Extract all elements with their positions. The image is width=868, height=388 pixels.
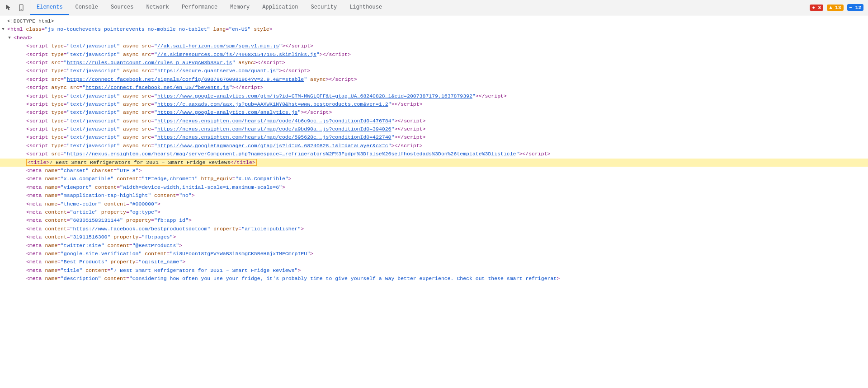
list-item: <meta name="google-site-verification" co…: [0, 250, 868, 258]
list-item: <meta name="viewport" content="width=dev…: [0, 183, 868, 192]
inspect-element-button[interactable]: [4, 3, 14, 13]
tab-elements[interactable]: Elements: [30, 0, 69, 15]
list-item: <script src="https://nexus.ensighten.com…: [0, 150, 868, 158]
list-item: <meta name="msapplication-tap-highlight"…: [0, 192, 868, 200]
list-item: <html class="js no-touchevents pointerev…: [0, 25, 868, 33]
info-badge[interactable]: ⋯ 12: [847, 4, 863, 11]
tab-lighthouse[interactable]: Lighthouse: [343, 0, 388, 15]
list-item: <script type="text/javascript" async src…: [0, 117, 868, 125]
html-triangle[interactable]: [0, 26, 6, 33]
list-item: <script type="text/javascript" async src…: [0, 125, 868, 133]
toolbar-right: ● 3 ▲ 13 ⋯ 12: [805, 0, 868, 15]
list-item: <script type="text/javascript" async src…: [0, 133, 868, 141]
device-toggle-button[interactable]: [16, 3, 26, 13]
elements-panel: <!DOCTYPE html> <html class="js no-touch…: [0, 15, 868, 388]
list-item: <script type="text/javascript" async src…: [0, 108, 868, 117]
tabs-container: Elements Console Sources Network Perform…: [30, 0, 805, 15]
head-triangle[interactable]: [6, 35, 13, 41]
toolbar-icons: [0, 0, 30, 15]
tab-application[interactable]: Application: [256, 0, 304, 15]
list-item: <script type="text/javascript" async src…: [0, 67, 868, 75]
list-item: <script async src="https://connect.faceb…: [0, 84, 868, 92]
list-item: <meta content="31911516300" property="fb…: [0, 233, 868, 241]
list-item: <meta content="article" property="og:typ…: [0, 208, 868, 216]
list-item: <script type="text/javascript" async src…: [0, 51, 868, 59]
tab-network[interactable]: Network: [140, 0, 175, 15]
devtools-toolbar: Elements Console Sources Network Perform…: [0, 0, 868, 15]
list-item: <meta content="603051583131144" property…: [0, 216, 868, 224]
title-line: <title>7 Best Smart Refrigerators for 20…: [0, 159, 868, 167]
list-item: <!DOCTYPE html>: [0, 17, 868, 25]
list-item: <head>: [0, 34, 868, 42]
list-item: <script type="text/javascript" async src…: [0, 42, 868, 50]
list-item: <script type="text/javascript" async src…: [0, 142, 868, 150]
list-item: <meta name="twitter:site" content="@Best…: [0, 242, 868, 250]
tab-performance[interactable]: Performance: [175, 0, 224, 15]
warning-badge[interactable]: ▲ 13: [827, 5, 843, 11]
list-item: <meta name="theme-color" content="#00000…: [0, 200, 868, 208]
list-item: <meta name="charset" charset="UTF-8">: [0, 167, 868, 175]
list-item: <script type="text/javascript" async src…: [0, 100, 868, 108]
list-item: <meta name="title" content="7 Best Smart…: [0, 266, 868, 275]
list-item: <meta name="Best Products" property="og:…: [0, 258, 868, 266]
tab-memory[interactable]: Memory: [224, 0, 256, 15]
tab-console[interactable]: Console: [69, 0, 104, 15]
list-item: <script type="text/javascript" async src…: [0, 92, 868, 100]
list-item: <script src="https://connect.facebook.ne…: [0, 75, 868, 84]
list-item: <meta name="description" content="Consid…: [0, 275, 868, 283]
error-badge[interactable]: ● 3: [810, 5, 823, 11]
svg-rect-1: [21, 9, 22, 10]
list-item: <meta name="x-ua-compatible" content="IE…: [0, 175, 868, 183]
list-item: <script src="https://rules.quantcount.co…: [0, 59, 868, 67]
list-item: <meta content="https://www.facebook.com/…: [0, 225, 868, 233]
tab-security[interactable]: Security: [305, 0, 344, 15]
tab-sources[interactable]: Sources: [104, 0, 140, 15]
